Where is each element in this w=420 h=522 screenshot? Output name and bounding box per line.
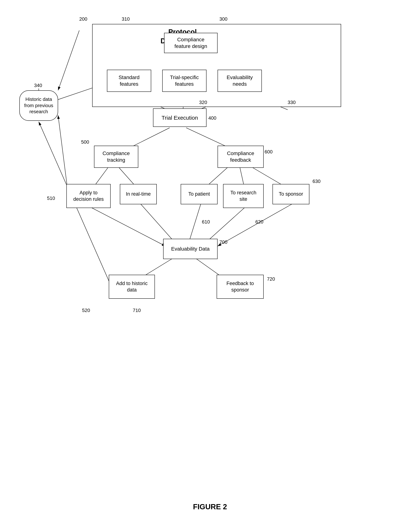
ref-600: 600 <box>265 149 273 155</box>
ref-610: 610 <box>202 219 210 225</box>
feedback-to-sponsor-box: Feedback tosponsor <box>217 275 264 299</box>
to-sponsor-box: To sponsor <box>273 184 309 204</box>
ref-200: 200 <box>79 16 87 22</box>
ref-310: 310 <box>122 16 130 22</box>
to-patient-box: To patient <box>181 184 218 204</box>
ref-340: 340 <box>34 83 42 88</box>
ref-500: 500 <box>81 139 89 145</box>
ref-710: 710 <box>133 307 141 313</box>
trial-specific-features-box: Trial-specificfeatures <box>162 70 206 92</box>
compliance-feedback-box: Compliancefeedback <box>218 146 264 168</box>
ref-630: 630 <box>313 178 321 184</box>
to-research-site-box: To researchsite <box>223 184 264 208</box>
ref-620: 620 <box>255 219 263 225</box>
ref-330: 330 <box>288 100 296 105</box>
figure-caption: FIGURE 2 <box>0 503 420 511</box>
svg-line-22 <box>90 207 166 246</box>
svg-line-21 <box>218 203 293 246</box>
ref-400: 400 <box>208 115 216 121</box>
evaluability-needs-box: Evaluabilityneeds <box>218 70 262 92</box>
in-real-time-box: In real-time <box>120 184 157 204</box>
ref-510: 510 <box>47 195 55 201</box>
ref-520: 520 <box>82 307 90 313</box>
ref-720: 720 <box>267 276 275 282</box>
ref-300: 300 <box>219 16 227 22</box>
ref-700: 700 <box>219 239 227 245</box>
apply-decision-rules-box: Apply todecision rules <box>66 184 111 208</box>
historic-data-box: Historic datafrom previousresearch <box>19 90 58 121</box>
diagram-container: ProtocolDevelopment Compliancefeature de… <box>0 0 420 522</box>
svg-line-27 <box>58 31 79 90</box>
trial-execution-box: Trial Execution <box>153 108 206 127</box>
evaluability-data-box: Evaluability Data <box>163 239 218 259</box>
compliance-feature-design-box: Compliancefeature design <box>164 33 218 53</box>
compliance-tracking-box: Compliancetracking <box>94 146 138 168</box>
standard-features-box: Standardfeatures <box>107 70 151 92</box>
svg-line-26 <box>58 115 68 194</box>
add-to-historic-data-box: Add to historicdata <box>109 275 155 299</box>
ref-320: 320 <box>199 100 207 105</box>
